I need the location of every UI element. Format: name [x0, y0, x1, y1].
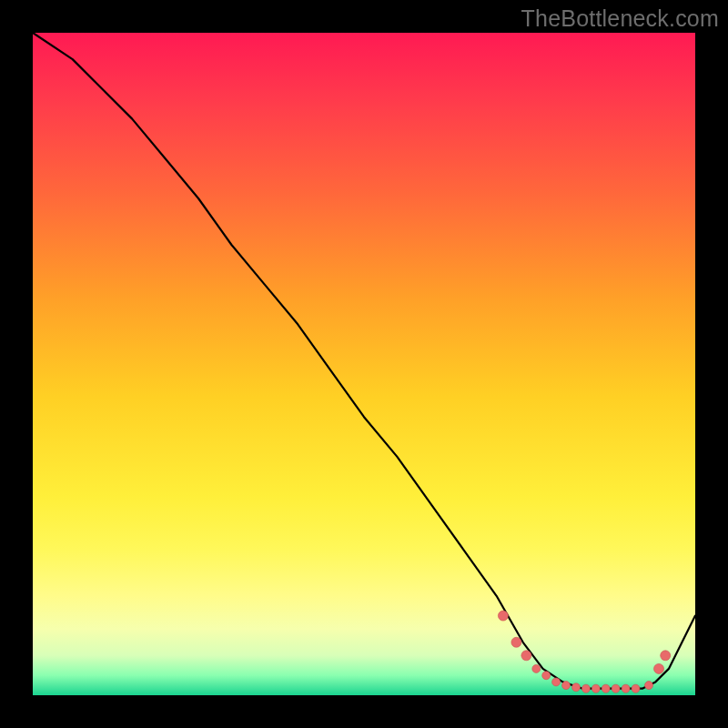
marker-dot	[654, 663, 664, 673]
marker-dot	[581, 684, 590, 693]
marker-dot	[542, 672, 551, 680]
marker-dot	[511, 637, 521, 647]
marker-dot	[498, 611, 508, 621]
marker-dot	[612, 684, 620, 693]
marker-dot	[552, 678, 561, 686]
marker-dots	[498, 611, 670, 693]
marker-dot	[632, 684, 640, 693]
marker-dot	[661, 651, 671, 661]
watermark-text: TheBottleneck.com	[521, 5, 719, 32]
marker-dot	[572, 683, 581, 692]
marker-dot	[521, 651, 531, 661]
marker-dot	[645, 682, 653, 690]
plot-area	[33, 33, 695, 695]
marker-dot	[532, 664, 541, 672]
marker-dot	[562, 682, 571, 690]
bottleneck-curve	[33, 33, 695, 689]
curve-svg	[33, 33, 695, 695]
marker-dot	[622, 684, 630, 693]
marker-dot	[602, 684, 610, 693]
marker-dot	[592, 684, 600, 693]
chart-frame: TheBottleneck.com	[0, 0, 728, 728]
